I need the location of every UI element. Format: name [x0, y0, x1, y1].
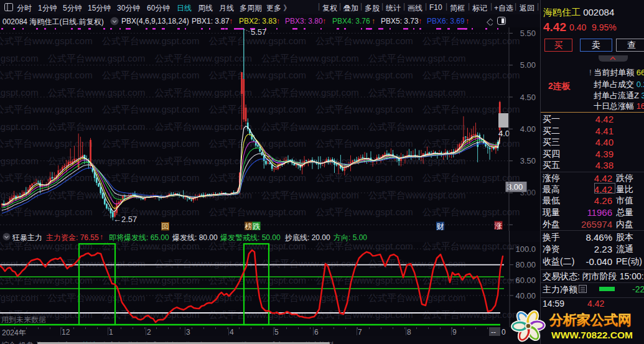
svg-text:公式平台www.gspt.com 公式平台www.gspt.: 公式平台www.gspt.com 公式平台www.gspt.com 公式平台ww…: [0, 121, 465, 132]
svg-text:公式平台www.gspt.com 公式平台www.gspt.: 公式平台www.gspt.com 公式平台www.gspt.com 公式平台ww…: [0, 53, 465, 63]
svg-text:5.57: 5.57: [251, 27, 266, 37]
svg-text:100.0: 100.0: [515, 244, 536, 254]
svg-text:40.00: 40.00: [515, 291, 536, 300]
svg-text:5.00: 5.00: [520, 60, 536, 70]
svg-text:3.00: 3.00: [507, 182, 523, 192]
svg-text:公式平台www.gspt.com 公式平台www.gspt.: 公式平台www.gspt.com 公式平台www.gspt.com 公式平台ww…: [0, 70, 520, 80]
svg-text:公式平台www.gspt.com 公式平台www.gspt.: 公式平台www.gspt.com 公式平台www.gspt.com 公式平台ww…: [0, 309, 520, 320]
svg-text:公式平台www.gspt.com 公式平台www.gspt.: 公式平台www.gspt.com 公式平台www.gspt.com 公式平台ww…: [0, 292, 465, 303]
svg-text:4.00: 4.00: [520, 124, 536, 134]
svg-text:公式平台www.gspt.com 公式平台www.gspt.: 公式平台www.gspt.com 公式平台www.gspt.com 公式平台ww…: [0, 207, 520, 217]
svg-text:跌: 跌: [253, 222, 260, 231]
svg-text:分析家公式网: 分析家公式网: [549, 312, 632, 328]
svg-text:公式平台www.gspt.com 公式平台www.gspt.: 公式平台www.gspt.com 公式平台www.gspt.com 公式平台ww…: [0, 87, 465, 98]
svg-text:财: 财: [437, 222, 444, 231]
svg-text:4.0: 4.0: [498, 129, 510, 138]
svg-text:用到未来数据: 用到未来数据: [1, 315, 46, 324]
svg-text:60.00: 60.00: [515, 276, 536, 285]
svg-text:4.50: 4.50: [520, 93, 536, 102]
svg-text:涨: 涨: [494, 221, 502, 230]
svg-text:WWW.70822.COM: WWW.70822.COM: [551, 330, 633, 340]
svg-text:公式平台www.gspt.com 公式平台www.gspt.: 公式平台www.gspt.com 公式平台www.gspt.com 公式平台ww…: [0, 35, 520, 46]
svg-text:回: 回: [162, 222, 169, 231]
svg-text:80.00: 80.00: [515, 260, 536, 269]
svg-text:公式平台www.gspt.com 公式平台www.gspt.: 公式平台www.gspt.com 公式平台www.gspt.com 公式平台ww…: [0, 172, 520, 183]
svg-text:公式平台www.gspt.com 公式平台www.gspt.: 公式平台www.gspt.com 公式平台www.gspt.com 公式平台ww…: [0, 104, 520, 114]
svg-text:3.50: 3.50: [520, 156, 536, 165]
svg-text:5.50: 5.50: [520, 29, 536, 38]
svg-text:榜: 榜: [245, 222, 253, 231]
svg-text:←2.57: ←2.57: [113, 215, 137, 224]
